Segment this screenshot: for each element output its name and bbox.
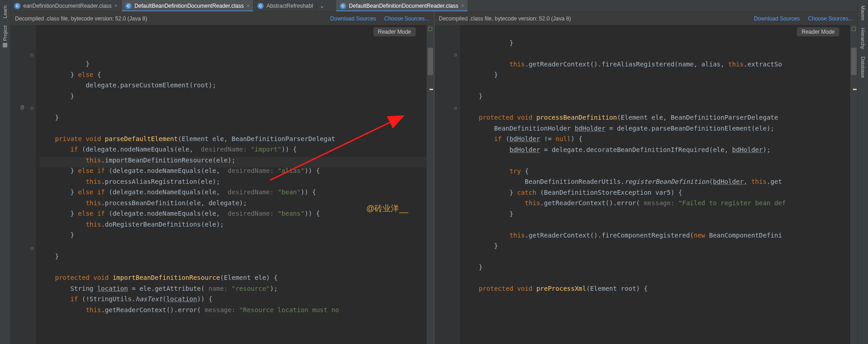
tool-learn[interactable]: Learn bbox=[1, 2, 9, 22]
right-editor-pane: Decompiled .class file, bytecode version… bbox=[434, 12, 858, 344]
code-area-right[interactable]: } this.getReaderContext().fireAliasRegis… bbox=[460, 25, 851, 344]
reader-mode-badge[interactable]: Reader Mode bbox=[797, 27, 839, 36]
fold-icon[interactable]: ⊟ bbox=[31, 52, 33, 57]
watermark: @砖业洋__ bbox=[366, 203, 408, 214]
folder-icon bbox=[3, 43, 7, 47]
scrollbar[interactable] bbox=[427, 25, 434, 344]
main-area: C eanDefinitionDocumentReader.class × C … bbox=[10, 0, 858, 344]
tab-label: DefaultBeanDefinitionDocumentReader.clas… bbox=[134, 3, 244, 9]
scrollbar[interactable] bbox=[850, 25, 858, 344]
left-tool-stripe: Learn Project bbox=[0, 0, 10, 344]
banner-text: Decompiled .class file, bytecode version… bbox=[15, 15, 147, 22]
gutter[interactable]: ⊟ ⊟ bbox=[434, 25, 460, 344]
class-icon: C bbox=[257, 3, 264, 9]
tab-3[interactable]: C DefaultBeanDefinitionDocumentReader.cl… bbox=[336, 0, 468, 11]
left-editor-pane: Decompiled .class file, bytecode version… bbox=[10, 12, 434, 344]
reader-mode-badge[interactable]: Reader Mode bbox=[373, 27, 416, 36]
choose-sources-link[interactable]: Choose Sources... bbox=[384, 15, 429, 22]
tab-2[interactable]: C AbstractRefreshabl bbox=[254, 0, 317, 11]
right-tool-stripe: Maven Hierarchy Database bbox=[858, 0, 868, 344]
gutter[interactable]: @ ⊟ ⊟ ⊟ bbox=[10, 25, 36, 344]
tool-maven[interactable]: Maven bbox=[859, 2, 867, 24]
class-icon: C bbox=[14, 3, 20, 9]
banner-text: Decompiled .class file, bytecode version… bbox=[439, 15, 571, 22]
choose-sources-link[interactable]: Choose Sources... bbox=[808, 15, 853, 22]
class-icon: C bbox=[340, 3, 346, 9]
fold-icon[interactable]: ⊟ bbox=[31, 106, 33, 111]
editor-tabs: C eanDefinitionDocumentReader.class × C … bbox=[10, 0, 858, 12]
tool-database[interactable]: Database bbox=[859, 53, 867, 81]
tab-label: eanDefinitionDocumentReader.class bbox=[23, 3, 112, 9]
fold-icon[interactable]: ⊟ bbox=[454, 52, 457, 57]
close-icon[interactable]: × bbox=[114, 3, 117, 9]
inspection-icon[interactable] bbox=[852, 27, 856, 31]
tab-label: DefaultBeanDefinitionDocumentReader.clas… bbox=[349, 3, 458, 9]
warning-stripe[interactable] bbox=[429, 89, 433, 90]
tabs-overflow[interactable]: ⌄ bbox=[317, 0, 327, 11]
code-area-left[interactable]: } } else { delegate.parseCustomElement(r… bbox=[36, 25, 427, 344]
close-icon[interactable]: × bbox=[461, 3, 464, 9]
warning-stripe[interactable] bbox=[853, 89, 857, 90]
inspection-icon[interactable] bbox=[428, 27, 432, 31]
scrollbar-thumb[interactable] bbox=[428, 48, 433, 75]
close-icon[interactable]: × bbox=[246, 3, 250, 9]
tab-label: AbstractRefreshabl bbox=[266, 3, 313, 9]
download-sources-link[interactable]: Download Sources bbox=[330, 15, 376, 22]
class-icon: C bbox=[125, 3, 132, 9]
fold-icon[interactable]: ⊟ bbox=[454, 106, 457, 111]
scrollbar-thumb[interactable] bbox=[851, 48, 857, 75]
decompiled-banner: Decompiled .class file, bytecode version… bbox=[10, 12, 434, 25]
tool-hierarchy[interactable]: Hierarchy bbox=[859, 24, 867, 53]
fold-icon[interactable]: ⊟ bbox=[31, 246, 33, 251]
tab-1[interactable]: C DefaultBeanDefinitionDocumentReader.cl… bbox=[122, 0, 254, 11]
decompiled-banner: Decompiled .class file, bytecode version… bbox=[434, 12, 858, 25]
tab-0[interactable]: C eanDefinitionDocumentReader.class × bbox=[10, 0, 122, 11]
override-icon[interactable]: @ bbox=[20, 104, 24, 111]
tool-project[interactable]: Project bbox=[1, 22, 9, 51]
download-sources-link[interactable]: Download Sources bbox=[754, 15, 800, 22]
